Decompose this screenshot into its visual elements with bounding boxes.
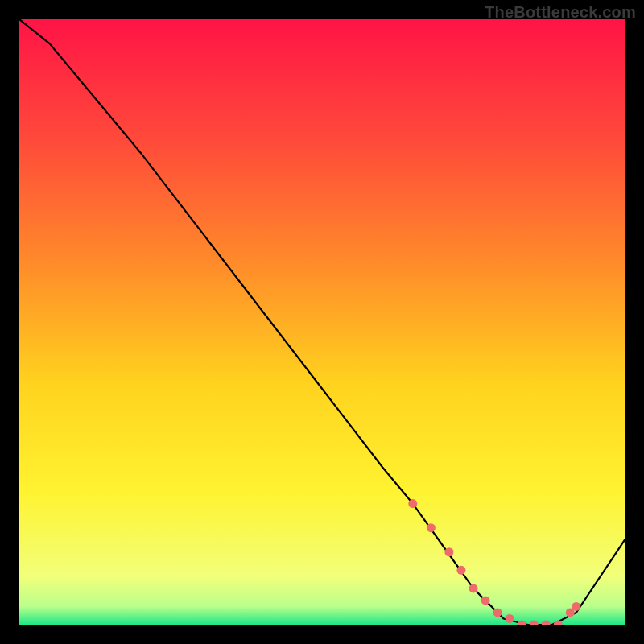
- curve-marker: [572, 602, 580, 611]
- curve-marker: [481, 596, 490, 605]
- curve-marker: [456, 566, 465, 575]
- plot-area: [19, 19, 625, 625]
- chart-background: [19, 19, 625, 625]
- chart-frame: TheBottleneck.com: [0, 0, 644, 644]
- curve-marker: [506, 614, 514, 623]
- curve-marker: [408, 499, 417, 508]
- curve-marker: [444, 547, 453, 556]
- curve-marker: [469, 584, 478, 592]
- chart-svg: [19, 19, 625, 625]
- curve-marker: [427, 523, 436, 532]
- curve-marker: [493, 608, 502, 617]
